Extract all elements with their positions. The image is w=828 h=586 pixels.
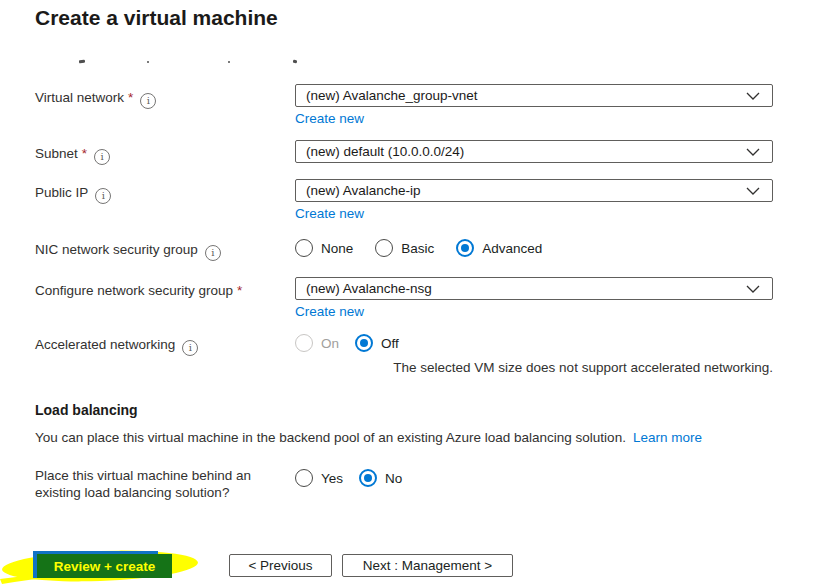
info-icon[interactable]: i — [140, 93, 156, 109]
radio-label: On — [321, 336, 339, 351]
subnet-label: Subnet*i — [35, 140, 295, 165]
radio-label: Yes — [321, 471, 343, 486]
accelerated-networking-note: The selected VM size does not support ac… — [295, 360, 773, 375]
field-label-text: Accelerated networking — [35, 337, 175, 352]
radio-label: No — [385, 471, 402, 486]
load-balancing-question-label: Place this virtual machine behind an exi… — [35, 466, 295, 501]
nic-nsg-label: NIC network security groupi — [35, 236, 295, 261]
accelerated-networking-radio-group: On Off — [295, 331, 773, 352]
accelerated-networking-label: Accelerated networkingi — [35, 331, 295, 375]
create-vm-page: Create a virtual machine Virtual network… — [0, 0, 828, 586]
radio-label: Off — [381, 336, 399, 351]
required-asterisk: * — [82, 146, 87, 161]
selected-value: (new) Avalanche-nsg — [306, 281, 432, 296]
page-title: Create a virtual machine — [35, 6, 278, 30]
field-label-text: NIC network security group — [35, 242, 198, 257]
info-icon[interactable]: i — [95, 188, 111, 204]
virtual-network-label: Virtual network*i — [35, 84, 295, 127]
field-label-text: Configure network security group — [35, 283, 233, 298]
subnet-select[interactable]: (new) default (10.0.0.0/24) — [295, 140, 773, 163]
radio-option-no[interactable]: No — [359, 469, 402, 487]
next-management-button[interactable]: Next : Management > — [342, 554, 513, 577]
virtual-network-select[interactable]: (new) Avalanche_group-vnet — [295, 84, 773, 107]
question-line1: Place this virtual machine behind an — [35, 468, 251, 483]
field-configure-nsg: Configure network security group* (new) … — [35, 277, 773, 320]
required-asterisk: * — [237, 283, 242, 298]
configure-nsg-select[interactable]: (new) Avalanche-nsg — [295, 277, 773, 300]
field-nic-nsg: NIC network security groupi None Basic A… — [35, 236, 773, 261]
chevron-down-icon — [746, 92, 760, 100]
load-balancing-radio-group: Yes No — [295, 466, 773, 487]
create-new-link[interactable]: Create new — [295, 111, 364, 126]
radio-circle — [355, 334, 373, 352]
required-asterisk: * — [128, 90, 133, 105]
chevron-down-icon — [746, 285, 760, 293]
radio-circle — [456, 239, 474, 257]
description-text: You can place this virtual machine in th… — [35, 430, 626, 445]
configure-nsg-label: Configure network security group* — [35, 277, 295, 320]
info-icon[interactable]: i — [182, 340, 198, 356]
nic-nsg-radio-group: None Basic Advanced — [295, 236, 773, 257]
question-line2: existing load balancing solution? — [35, 485, 229, 500]
review-create-button[interactable]: Review + create — [37, 554, 172, 578]
learn-more-link[interactable]: Learn more — [633, 430, 702, 445]
create-new-link[interactable]: Create new — [295, 304, 364, 319]
load-balancing-description: You can place this virtual machine in th… — [35, 430, 702, 445]
field-subnet: Subnet*i (new) default (10.0.0.0/24) — [35, 140, 773, 165]
radio-label: Advanced — [482, 241, 542, 256]
radio-option-off[interactable]: Off — [355, 334, 399, 352]
public-ip-label: Public IPi — [35, 179, 295, 222]
field-label-text: Public IP — [35, 185, 88, 200]
radio-circle — [359, 469, 377, 487]
field-load-balancing-question: Place this virtual machine behind an exi… — [35, 466, 773, 501]
info-icon[interactable]: i — [205, 245, 221, 261]
radio-option-yes[interactable]: Yes — [295, 469, 343, 487]
chevron-down-icon — [746, 187, 760, 195]
field-public-ip: Public IPi (new) Avalanche-ip Create new — [35, 179, 773, 222]
field-label-text: Virtual network — [35, 90, 124, 105]
public-ip-select[interactable]: (new) Avalanche-ip — [295, 179, 773, 202]
selected-value: (new) default (10.0.0.0/24) — [306, 144, 464, 159]
radio-option-on: On — [295, 334, 339, 352]
selected-value: (new) Avalanche-ip — [306, 183, 421, 198]
radio-circle — [295, 239, 313, 257]
radio-circle — [295, 469, 313, 487]
field-accelerated-networking: Accelerated networkingi On Off The selec… — [35, 331, 773, 375]
info-icon[interactable]: i — [94, 149, 110, 165]
radio-option-basic[interactable]: Basic — [375, 239, 434, 257]
load-balancing-heading: Load balancing — [35, 402, 138, 418]
radio-circle — [375, 239, 393, 257]
create-new-link[interactable]: Create new — [295, 206, 364, 221]
radio-option-none[interactable]: None — [295, 239, 353, 257]
radio-circle — [295, 334, 313, 352]
field-virtual-network: Virtual network*i (new) Avalanche_group-… — [35, 84, 773, 127]
selected-value: (new) Avalanche_group-vnet — [306, 88, 478, 103]
radio-label: None — [321, 241, 353, 256]
radio-option-advanced[interactable]: Advanced — [456, 239, 542, 257]
previous-button[interactable]: < Previous — [229, 554, 332, 577]
radio-label: Basic — [401, 241, 434, 256]
field-label-text: Subnet — [35, 146, 78, 161]
chevron-down-icon — [746, 148, 760, 156]
